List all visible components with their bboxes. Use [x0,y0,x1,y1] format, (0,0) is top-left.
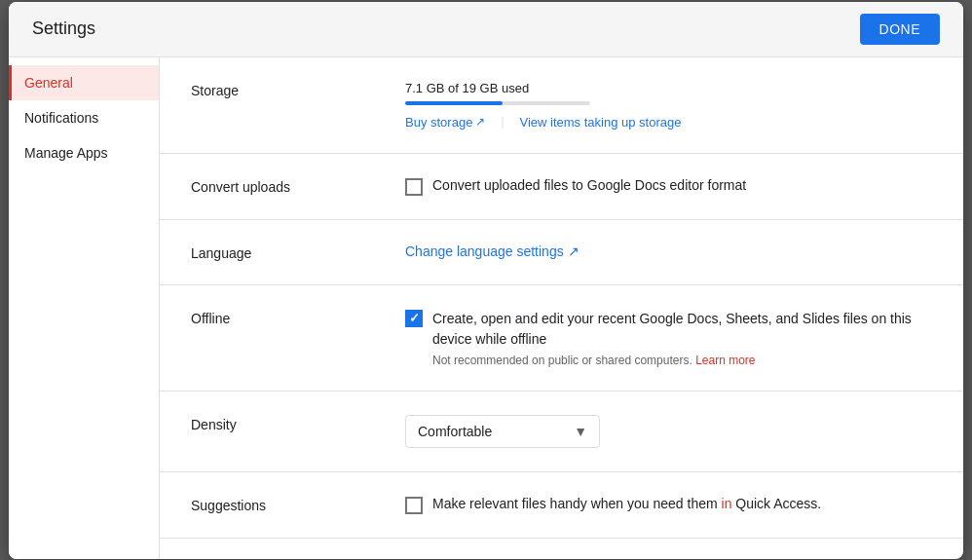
convert-uploads-checkbox-label: Convert uploaded files to Google Docs ed… [432,177,746,193]
sidebar-item-notifications[interactable]: Notifications [9,100,159,135]
offline-sub-label: Not recommended on public or shared comp… [432,354,692,367]
storage-label: Storage [191,81,405,98]
suggestions-label: Suggestions [191,496,405,513]
sidebar-item-general-label: General [24,75,73,91]
dialog-header: Settings DONE [9,2,963,57]
sidebar-item-manage-apps-label: Manage Apps [24,145,108,161]
density-dropdown[interactable]: Comfortable ▼ [405,415,600,448]
density-selected-value: Comfortable [418,424,492,439]
buy-storage-text: Buy storage [405,115,472,130]
language-section: Language Change language settings ↗ [160,220,963,285]
convert-uploads-section: Convert uploads Convert uploaded files t… [160,154,963,220]
sidebar-item-general[interactable]: General [9,65,159,100]
view-items-link[interactable]: View items taking up storage [520,115,682,130]
done-button[interactable]: DONE [860,14,940,45]
convert-uploads-checkbox[interactable] [405,178,423,196]
suggestions-content: Make relevant files handy when you need … [405,496,932,514]
convert-uploads-content: Convert uploaded files to Google Docs ed… [405,177,932,196]
dialog-body: General Notifications Manage Apps Storag… [9,57,963,559]
suggestions-text-suffix: Quick Access. [731,496,821,511]
suggestions-section: Suggestions Make relevant files handy wh… [160,472,963,539]
offline-label: Offline [191,309,405,326]
suggestions-row: Make relevant files handy when you need … [405,496,932,514]
sidebar-item-manage-apps[interactable]: Manage Apps [9,135,159,170]
storage-bar-fill [405,101,503,105]
storage-content: 7.1 GB of 19 GB used Buy storage ↗ | Vie… [405,81,932,130]
storage-section: Storage 7.1 GB of 19 GB used Buy storage… [160,57,963,154]
density-section: Density Comfortable ▼ [160,392,963,472]
storage-links: Buy storage ↗ | View items taking up sto… [405,115,932,130]
change-language-text: Change language settings [405,243,564,259]
offline-content: ✓ Create, open and edit your recent Goog… [405,309,932,367]
buy-storage-link[interactable]: Buy storage ↗ [405,115,485,130]
settings-dialog: Settings DONE General Notifications Mana… [9,2,963,559]
sidebar: General Notifications Manage Apps [9,57,160,559]
offline-section: Offline ✓ Create, open and edit your rec… [160,285,963,392]
offline-text-block: Create, open and edit your recent Google… [432,309,932,367]
language-content: Change language settings ↗ [405,243,932,259]
language-label: Language [191,243,405,261]
dialog-title: Settings [32,19,95,39]
main-content: Storage 7.1 GB of 19 GB used Buy storage… [160,57,963,559]
density-dropdown-arrow: ▼ [574,424,587,439]
buy-storage-ext-icon: ↗ [475,115,485,129]
suggestions-highlight: in [722,496,732,511]
suggestions-checkbox[interactable] [405,497,423,514]
offline-checkbox[interactable]: ✓ [405,310,423,327]
offline-learn-more-link[interactable]: Learn more [695,354,755,367]
offline-sub-text: Not recommended on public or shared comp… [432,354,932,367]
density-content: Comfortable ▼ [405,415,932,448]
suggestions-text-prefix: Make relevant files handy when you need … [432,496,722,511]
offline-checkbox-row: ✓ Create, open and edit your recent Goog… [405,309,932,367]
language-ext-icon: ↗ [568,243,579,259]
storage-usage-text: 7.1 GB of 19 GB used [405,81,932,95]
change-language-link[interactable]: Change language settings ↗ [405,243,932,259]
sidebar-item-notifications-label: Notifications [24,110,98,126]
density-label: Density [191,415,405,432]
convert-uploads-label: Convert uploads [191,177,405,195]
suggestions-text: Make relevant files handy when you need … [432,496,821,511]
storage-bar-background [405,101,590,105]
offline-main-text: Create, open and edit your recent Google… [432,309,932,350]
view-items-text: View items taking up storage [520,115,682,130]
storage-link-separator: | [501,115,504,129]
convert-uploads-row: Convert uploaded files to Google Docs ed… [405,177,932,196]
